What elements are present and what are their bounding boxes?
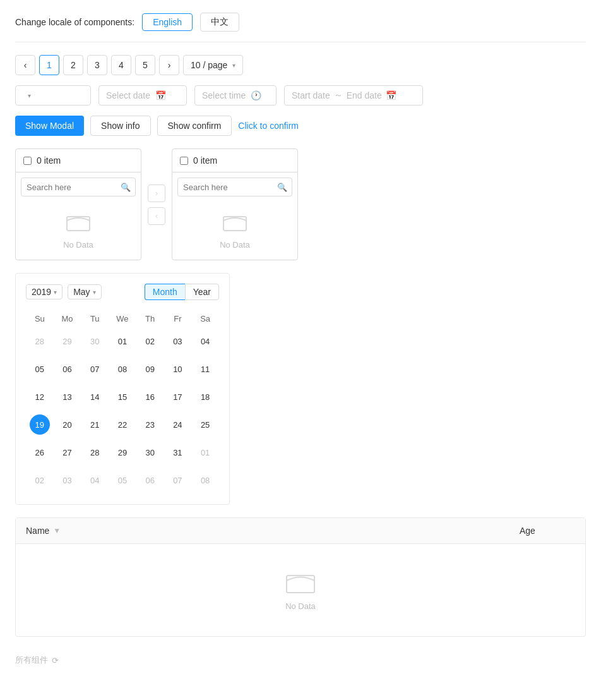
date-picker[interactable]: Select date 📅 bbox=[98, 85, 187, 106]
calendar-week-row: 05060708091011 bbox=[26, 355, 219, 383]
transfer-component: 0 item 🔍 No Data › ‹ bbox=[15, 148, 586, 260]
pagination-page-1[interactable]: 1 bbox=[39, 55, 59, 75]
transfer-arrows: › ‹ bbox=[141, 184, 172, 225]
table-no-data-text: No Data bbox=[285, 601, 316, 611]
buttons-row: Show Modal Show info Show confirm Click … bbox=[15, 116, 586, 136]
transfer-left-header: 0 item bbox=[16, 149, 141, 172]
locale-chinese-button[interactable]: 中文 bbox=[200, 13, 239, 32]
transfer-left-search-box: 🔍 bbox=[21, 178, 136, 196]
calendar-day-cell[interactable]: 31 bbox=[164, 438, 192, 466]
pagination-prev[interactable]: ‹ bbox=[15, 55, 35, 75]
calendar-day-cell[interactable]: 08 bbox=[109, 355, 136, 383]
date-range-picker[interactable]: Start date ～ End date 📅 bbox=[284, 85, 423, 106]
show-confirm-button[interactable]: Show confirm bbox=[157, 116, 232, 136]
footer-text: 所有组件 bbox=[15, 655, 48, 666]
show-modal-button[interactable]: Show Modal bbox=[15, 116, 84, 136]
name-filter-icon[interactable]: ▼ bbox=[53, 526, 61, 535]
calendar-week-row: 26272829303101 bbox=[26, 438, 219, 466]
calendar-week-row: 28293001020304 bbox=[26, 327, 219, 355]
category-select[interactable]: ▾ bbox=[15, 85, 91, 106]
transfer-left-search-container: 🔍 bbox=[16, 172, 141, 202]
transfer-right-search-input[interactable] bbox=[177, 178, 292, 196]
transfer-right-header: 0 item bbox=[172, 149, 297, 172]
calendar-day-cell[interactable]: 06 bbox=[136, 466, 164, 494]
calendar-day-cell[interactable]: 24 bbox=[164, 411, 192, 438]
calendar-day-cell[interactable]: 27 bbox=[54, 438, 81, 466]
calendar-day-cell[interactable]: 22 bbox=[109, 411, 136, 438]
calendar-day-cell[interactable]: 01 bbox=[191, 438, 219, 466]
calendar-day-cell[interactable]: 08 bbox=[191, 466, 219, 494]
calendar-day-cell[interactable]: 02 bbox=[26, 466, 54, 494]
calendar-day-cell[interactable]: 11 bbox=[191, 355, 219, 383]
calendar-day-cell[interactable]: 19 bbox=[26, 411, 54, 438]
time-picker-placeholder: Select time bbox=[202, 90, 246, 100]
calendar-day-cell[interactable]: 03 bbox=[164, 327, 192, 355]
table-age-column-header: Age bbox=[509, 518, 585, 543]
calendar-day-cell[interactable]: 01 bbox=[109, 327, 136, 355]
calendar-day-cell[interactable]: 07 bbox=[81, 355, 109, 383]
calendar-day-cell[interactable]: 14 bbox=[81, 383, 109, 411]
calendar-day-cell[interactable]: 29 bbox=[54, 327, 81, 355]
transfer-left-no-data-text: No Data bbox=[63, 240, 93, 250]
page-size-select[interactable]: 10 / page ▾ bbox=[183, 55, 243, 75]
calendar-day-cell[interactable]: 04 bbox=[191, 327, 219, 355]
calendar-day-cell[interactable]: 10 bbox=[164, 355, 192, 383]
calendar-day-cell[interactable]: 03 bbox=[54, 466, 81, 494]
weekday-fr: Fr bbox=[164, 310, 192, 327]
calendar-day-cell[interactable]: 29 bbox=[109, 438, 136, 466]
calendar-year-select[interactable]: 2019 ▾ bbox=[26, 284, 62, 299]
calendar-day-cell[interactable]: 26 bbox=[26, 438, 54, 466]
weekday-tu: Tu bbox=[81, 310, 109, 327]
calendar-day-cell[interactable]: 07 bbox=[164, 466, 192, 494]
calendar-day-cell[interactable]: 21 bbox=[81, 411, 109, 438]
calendar-week-row: 02030405060708 bbox=[26, 466, 219, 494]
calendar-day-cell[interactable]: 02 bbox=[136, 327, 164, 355]
calendar-day-cell[interactable]: 30 bbox=[136, 438, 164, 466]
calendar-year-view-button[interactable]: Year bbox=[185, 284, 219, 300]
calendar-day-cell[interactable]: 25 bbox=[191, 411, 219, 438]
locale-english-button[interactable]: English bbox=[142, 13, 193, 31]
calendar-day-cell[interactable]: 12 bbox=[26, 383, 54, 411]
calendar-day-cell[interactable]: 15 bbox=[109, 383, 136, 411]
calendar-day-cell[interactable]: 23 bbox=[136, 411, 164, 438]
calendar-day-cell[interactable]: 09 bbox=[136, 355, 164, 383]
click-to-confirm-button[interactable]: Click to confirm bbox=[238, 117, 299, 135]
calendar-day-cell[interactable]: 06 bbox=[54, 355, 81, 383]
calendar-day-cell[interactable]: 28 bbox=[26, 327, 54, 355]
pagination-page-3[interactable]: 3 bbox=[87, 55, 107, 75]
calendar-day-cell[interactable]: 20 bbox=[54, 411, 81, 438]
transfer-left-search-input[interactable] bbox=[21, 178, 136, 196]
calendar-day-cell[interactable]: 16 bbox=[136, 383, 164, 411]
transfer-right-arrow-button[interactable]: › bbox=[148, 184, 165, 202]
time-picker[interactable]: Select time 🕐 bbox=[194, 85, 277, 106]
calendar-day-cell[interactable]: 30 bbox=[81, 327, 109, 355]
calendar-grid: Su Mo Tu We Th Fr Sa 2829300102030405060… bbox=[26, 310, 219, 494]
footer-icon[interactable]: ⟳ bbox=[52, 656, 59, 665]
transfer-right-search-box: 🔍 bbox=[177, 178, 292, 196]
transfer-left-arrow-button[interactable]: ‹ bbox=[148, 207, 165, 225]
show-info-button[interactable]: Show info bbox=[90, 116, 150, 136]
calendar-day-cell[interactable]: 17 bbox=[164, 383, 192, 411]
transfer-left-box: 0 item 🔍 No Data bbox=[15, 148, 141, 260]
calendar-day-cell[interactable]: 18 bbox=[191, 383, 219, 411]
transfer-left-checkbox[interactable] bbox=[23, 157, 32, 165]
calendar-month-select[interactable]: May ▾ bbox=[68, 284, 101, 299]
calendar-header: 2019 ▾ May ▾ Month Year bbox=[26, 284, 219, 300]
calendar-day-cell[interactable]: 13 bbox=[54, 383, 81, 411]
calendar-month-view-button[interactable]: Month bbox=[145, 284, 185, 300]
weekday-sa: Sa bbox=[191, 310, 219, 327]
calendar-day-cell[interactable]: 05 bbox=[109, 466, 136, 494]
calendar-day-cell[interactable]: 28 bbox=[81, 438, 109, 466]
pagination-page-5[interactable]: 5 bbox=[135, 55, 155, 75]
pagination-next[interactable]: › bbox=[159, 55, 179, 75]
calendar-day-cell[interactable]: 04 bbox=[81, 466, 109, 494]
transfer-right-checkbox[interactable] bbox=[180, 157, 188, 165]
data-table: Name ▼ Age No Data bbox=[15, 517, 586, 637]
transfer-left-no-data-icon bbox=[66, 212, 91, 236]
calendar-day-cell[interactable]: 05 bbox=[26, 355, 54, 383]
pagination-page-2[interactable]: 2 bbox=[63, 55, 83, 75]
locale-section: Change locale of components: English 中文 bbox=[15, 13, 586, 42]
calendar-year-value: 2019 bbox=[32, 287, 51, 297]
pagination-page-4[interactable]: 4 bbox=[111, 55, 131, 75]
table-header: Name ▼ Age bbox=[16, 518, 585, 544]
